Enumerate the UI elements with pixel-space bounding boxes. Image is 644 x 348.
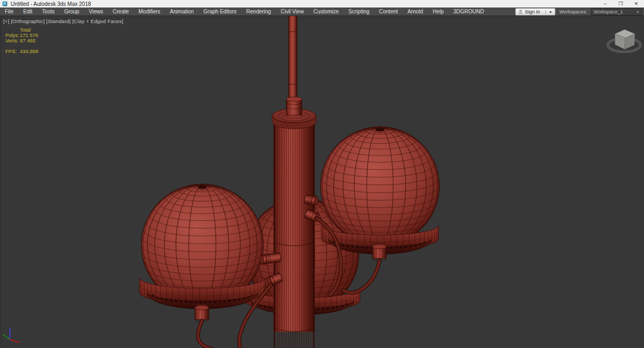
stats-verts-value: 87 465 [20,38,35,43]
user-icon [518,10,523,14]
sign-in-label: Sign In [525,9,540,14]
sign-in-caret-icon: ▼ [545,10,552,14]
menu-item-customize[interactable]: Customize [309,8,343,16]
viewport[interactable]: [+] [Orthographic] [Standard] [Clay + Ed… [0,16,644,348]
workspaces-label: Workspaces: [559,9,587,14]
titlebar: Untitled - Autodesk 3ds Max 2018 – ❐ ✕ [0,0,644,8]
menu-item-group[interactable]: Group [60,8,84,16]
minimize-button[interactable]: – [597,0,613,8]
world-axis-gizmo [3,328,19,343]
cord-left-shade [198,321,222,348]
menu-item-animation[interactable]: Animation [165,8,199,16]
menubar: FileEditToolsGroupViewsCreateModifiersAn… [0,8,644,16]
close-button[interactable]: ✕ [628,0,644,8]
center-pole [272,16,316,348]
menu-item-scripting[interactable]: Scripting [343,8,374,16]
menu-item-graph-editors[interactable]: Graph Editors [199,8,241,16]
menu-item-3dground[interactable]: 3DGROUND [449,8,489,16]
stats-fps-label: FPS: [5,49,20,54]
workspace-selected: Workspace_1 [594,9,623,14]
stats-fps-value: 434,858 [20,49,38,54]
stats-verts-label: Verts: [5,38,20,43]
menubar-right: Sign In ▼ Workspaces: Workspace_1 ▼ [515,8,642,16]
menu-item-civil-view[interactable]: Civil View [276,8,309,16]
viewcube[interactable] [606,29,643,53]
menu-item-views[interactable]: Views [84,8,108,16]
workspace-caret-icon: ▼ [636,10,640,14]
viewport-shading-label[interactable]: [+] [Orthographic] [Standard] [Clay + Ed… [3,18,123,24]
hanging-rod [289,16,298,101]
3ds-max-logo-icon [2,1,8,6]
viewport-3d-scene[interactable] [0,16,644,348]
menu-item-file[interactable]: File [0,8,18,16]
menu-items: FileEditToolsGroupViewsCreateModifiersAn… [0,8,489,16]
menu-item-rendering[interactable]: Rendering [241,8,276,16]
shade-bottom-fitting [372,243,386,261]
menu-item-content[interactable]: Content [374,8,402,16]
restore-button[interactable]: ❐ [613,0,628,8]
window-title: Untitled - Autodesk 3ds Max 2018 [11,1,91,7]
menu-item-edit[interactable]: Edit [18,8,37,16]
menu-item-tools[interactable]: Tools [37,8,59,16]
workspace-dropdown[interactable]: Workspace_1 ▼ [591,8,642,16]
menu-item-create[interactable]: Create [108,8,134,16]
sphere-shade-right [321,127,440,246]
menu-item-help[interactable]: Help [428,8,449,16]
menu-item-modifiers[interactable]: Modifiers [134,8,165,16]
window-controls: – ❐ ✕ [597,0,644,8]
menu-item-arnold[interactable]: Arnold [402,8,428,16]
sign-in-button[interactable]: Sign In ▼ [515,8,555,16]
app-window: Untitled - Autodesk 3ds Max 2018 – ❐ ✕ F… [0,0,644,348]
viewport-statistics: Total Polys:171 576 Verts:87 465 FPS:434… [5,27,38,54]
